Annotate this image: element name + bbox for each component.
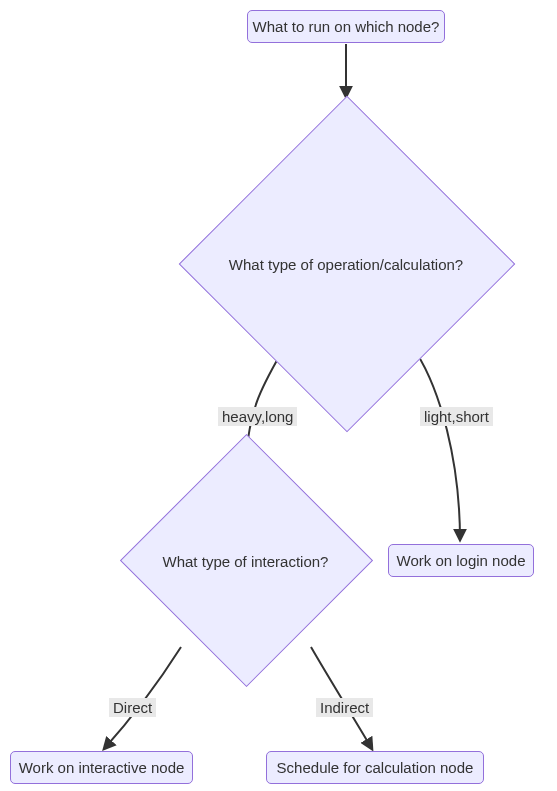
node-interactive-label: Work on interactive node [19, 759, 185, 776]
node-schedule-label: Schedule for calculation node [277, 759, 474, 776]
node-start-label: What to run on which node? [253, 18, 440, 35]
flowchart-edges [0, 0, 557, 791]
node-decision-operation-label: What type of operation/calculation? [210, 254, 482, 274]
node-interactive: Work on interactive node [10, 751, 193, 784]
node-start: What to run on which node? [247, 10, 445, 43]
edge-label-direct: Direct [109, 698, 156, 717]
node-login: Work on login node [388, 544, 534, 577]
edge-label-light: light,short [420, 407, 493, 426]
edge-label-indirect: Indirect [316, 698, 373, 717]
edge-label-heavy: heavy,long [218, 407, 297, 426]
node-login-label: Work on login node [397, 552, 526, 569]
node-decision-interaction-label: What type of interaction? [150, 551, 341, 571]
node-schedule: Schedule for calculation node [266, 751, 484, 784]
